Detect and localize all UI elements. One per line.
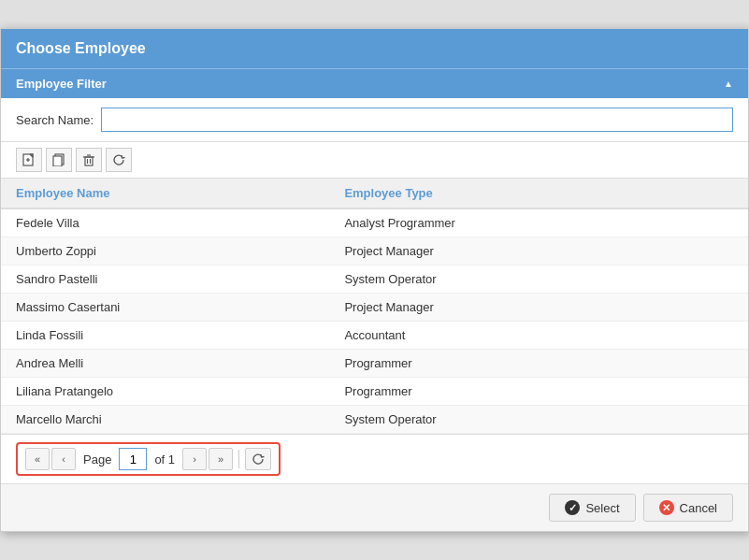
col-actions <box>674 179 748 208</box>
row-action-cell <box>674 406 748 434</box>
table-row[interactable]: Fedele Villa Analyst Programmer <box>1 208 748 237</box>
row-action-cell <box>674 294 748 322</box>
select-check-icon: ✓ <box>565 500 580 515</box>
table-header-row: Employee Name Employee Type <box>1 179 748 208</box>
employee-name-cell: Sandro Pastelli <box>1 266 329 294</box>
employee-table-container: Employee Name Employee Type Fedele Villa… <box>1 179 748 434</box>
table-row[interactable]: Linda Fossili Accountant <box>1 322 748 350</box>
next-page-button[interactable]: › <box>182 448 207 470</box>
col-employee-name: Employee Name <box>1 179 329 208</box>
search-input[interactable] <box>101 108 733 132</box>
choose-employee-dialog: Choose Employee Employee Filter ▲ Search… <box>0 28 749 532</box>
of-label: of 1 <box>154 452 175 467</box>
employee-table: Employee Name Employee Type Fedele Villa… <box>1 179 748 434</box>
dialog-footer: ✓ Select ✕ Cancel <box>1 483 748 531</box>
refresh-toolbar-button[interactable] <box>106 148 132 172</box>
employee-name-cell: Massimo Casertani <box>1 294 329 322</box>
employee-name-cell: Linda Fossili <box>1 322 329 350</box>
svg-rect-5 <box>53 156 62 166</box>
employee-type-cell: Project Manager <box>329 294 674 322</box>
filter-label: Employee Filter <box>16 77 107 91</box>
dialog-title: Choose Employee <box>1 29 748 68</box>
employee-name-cell: Marcello Marchi <box>1 406 329 434</box>
pagination-refresh-button[interactable] <box>245 448 271 470</box>
copy-button[interactable] <box>46 148 72 172</box>
cancel-label: Cancel <box>680 501 717 515</box>
row-action-cell <box>674 237 748 266</box>
select-label: Select <box>585 501 619 515</box>
page-number-input[interactable] <box>119 448 147 470</box>
cancel-button[interactable]: ✕ Cancel <box>643 494 733 522</box>
table-row[interactable]: Sandro Pastelli System Operator <box>1 266 748 294</box>
search-row: Search Name: <box>1 98 748 142</box>
row-action-cell <box>674 322 748 350</box>
table-row[interactable]: Andrea Melli Programmer <box>1 350 748 378</box>
search-label: Search Name: <box>16 113 94 127</box>
employee-type-cell: System Operator <box>329 266 674 294</box>
select-button[interactable]: ✓ Select <box>549 494 635 522</box>
pagination-row: « ‹ Page of 1 › » <box>1 434 748 483</box>
prev-page-button[interactable]: ‹ <box>51 448 76 470</box>
svg-rect-6 <box>85 157 93 165</box>
employee-type-cell: Programmer <box>329 378 674 406</box>
table-row[interactable]: Liliana Pratangelo Programmer <box>1 378 748 406</box>
employee-name-cell: Umberto Zoppi <box>1 237 329 266</box>
pagination-box: « ‹ Page of 1 › » <box>16 442 281 476</box>
filter-toggle-icon: ▲ <box>724 79 733 89</box>
employee-type-cell: Analyst Programmer <box>329 208 674 237</box>
table-row[interactable]: Massimo Casertani Project Manager <box>1 294 748 322</box>
delete-button[interactable] <box>76 148 102 172</box>
employee-name-cell: Liliana Pratangelo <box>1 378 329 406</box>
row-action-cell <box>674 378 748 406</box>
row-action-cell <box>674 266 748 294</box>
row-action-cell <box>674 208 748 237</box>
col-employee-type: Employee Type <box>329 179 674 208</box>
add-button[interactable] <box>16 148 42 172</box>
page-label: Page <box>83 452 111 467</box>
employee-type-cell: Project Manager <box>329 237 674 266</box>
filter-header[interactable]: Employee Filter ▲ <box>1 68 748 98</box>
last-page-button[interactable]: » <box>209 448 233 470</box>
pagination-separator <box>238 450 239 468</box>
employee-type-cell: System Operator <box>329 406 674 434</box>
employee-type-cell: Programmer <box>329 350 674 378</box>
table-row[interactable]: Marcello Marchi System Operator <box>1 406 748 434</box>
cancel-x-icon: ✕ <box>659 500 674 515</box>
employee-type-cell: Accountant <box>329 322 674 350</box>
employee-name-cell: Fedele Villa <box>1 208 329 237</box>
table-row[interactable]: Umberto Zoppi Project Manager <box>1 237 748 266</box>
first-page-button[interactable]: « <box>25 448 50 470</box>
toolbar <box>1 142 748 179</box>
employee-name-cell: Andrea Melli <box>1 350 329 378</box>
row-action-cell <box>674 350 748 378</box>
